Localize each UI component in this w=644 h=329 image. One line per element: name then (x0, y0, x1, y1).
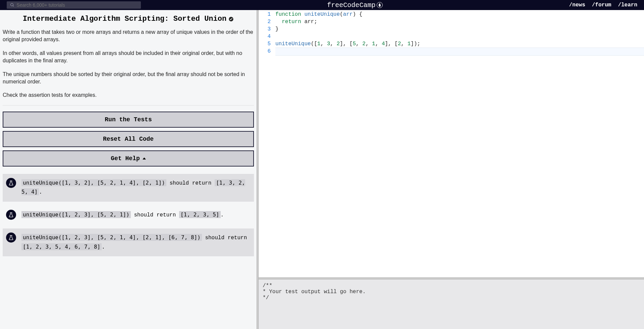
top-navbar: freeCodeCamp /news /forum /learn (0, 0, 644, 10)
search-icon (10, 3, 14, 7)
flask-icon (6, 210, 16, 220)
test-return: [1, 2, 3, 5, 4, 6, 7, 8] (21, 243, 102, 250)
test-call: uniteUnique([1, 2, 3], [5, 2, 1, 4], [2,… (21, 234, 202, 241)
line-number: 4 (259, 33, 271, 40)
flask-icon (6, 233, 16, 243)
editor-panel: 1 2 3 4 5 6 function uniteUnique(arr) { … (259, 10, 644, 329)
line-gutter: 1 2 3 4 5 6 (259, 11, 275, 277)
line-number: 2 (259, 18, 271, 25)
search-box[interactable] (7, 1, 141, 9)
desc-p2: In other words, all values present from … (3, 50, 254, 65)
test-return: [1, 2, 3, 5] (179, 211, 221, 218)
line-number: 5 (259, 40, 271, 48)
logo[interactable]: freeCodeCamp (327, 1, 383, 9)
test-text: uniteUnique([1, 3, 2], [5, 2, 1, 4], [2,… (21, 179, 251, 197)
line-number: 1 (259, 11, 271, 18)
nav-forum[interactable]: /forum (592, 2, 611, 8)
search-input[interactable] (16, 2, 138, 8)
code-editor[interactable]: 1 2 3 4 5 6 function uniteUnique(arr) { … (259, 10, 644, 277)
caret-up-icon (143, 157, 146, 159)
divider (3, 105, 254, 106)
code-line-current (275, 48, 644, 56)
svg-point-0 (11, 3, 13, 6)
test-text: uniteUnique([1, 2, 3], [5, 2, 1, 4], [2,… (21, 233, 251, 252)
desc-p4: Check the assertion tests for examples. (3, 91, 254, 99)
logo-text: freeCodeCamp (327, 1, 375, 9)
run-tests-button[interactable]: Run the Tests (3, 112, 254, 128)
code-line: } (275, 25, 644, 33)
challenge-description: Write a function that takes two or more … (3, 28, 254, 99)
title-row: Intermediate Algorithm Scripting: Sorted… (3, 15, 254, 23)
flask-icon (6, 178, 16, 188)
line-number: 6 (259, 48, 271, 55)
test-text: uniteUnique([1, 2, 3], [5, 2, 1]) should… (21, 210, 224, 220)
main-area: Intermediate Algorithm Scripting: Sorted… (0, 10, 644, 329)
test-item: uniteUnique([1, 2, 3], [5, 2, 1]) should… (3, 206, 254, 224)
test-call: uniteUnique([1, 3, 2], [5, 2, 1, 4], [2,… (21, 179, 166, 186)
desc-p1: Write a function that takes two or more … (3, 28, 254, 44)
fire-icon (377, 2, 383, 8)
test-item: uniteUnique([1, 3, 2], [5, 2, 1, 4], [2,… (3, 174, 254, 202)
code-line: function uniteUnique(arr) { (275, 11, 644, 18)
desc-p3: The unique numbers should be sorted by t… (3, 71, 254, 86)
svg-line-1 (13, 6, 14, 7)
test-output: /** * Your test output will go here. */ (259, 279, 644, 329)
reset-code-button[interactable]: Reset All Code (3, 131, 254, 147)
code-content[interactable]: function uniteUnique(arr) { return arr; … (275, 11, 644, 277)
tests-list: uniteUnique([1, 3, 2], [5, 2, 1, 4], [2,… (3, 174, 254, 256)
nav-news[interactable]: /news (569, 2, 585, 8)
test-item: uniteUnique([1, 2, 3], [5, 2, 1, 4], [2,… (3, 228, 254, 256)
nav-links: /news /forum /learn (569, 2, 637, 8)
completed-check-icon (228, 16, 234, 22)
test-call: uniteUnique([1, 2, 3], [5, 2, 1]) (21, 211, 131, 218)
line-number: 3 (259, 25, 271, 33)
code-line: return arr; (275, 18, 644, 25)
nav-learn[interactable]: /learn (618, 2, 637, 8)
get-help-button[interactable]: Get Help (3, 150, 254, 167)
instructions-panel: Intermediate Algorithm Scripting: Sorted… (0, 10, 257, 329)
code-line (275, 33, 644, 40)
code-line: uniteUnique([1, 3, 2], [5, 2, 1, 4], [2,… (275, 40, 644, 48)
get-help-label: Get Help (111, 155, 140, 162)
challenge-title: Intermediate Algorithm Scripting: Sorted… (23, 15, 226, 23)
